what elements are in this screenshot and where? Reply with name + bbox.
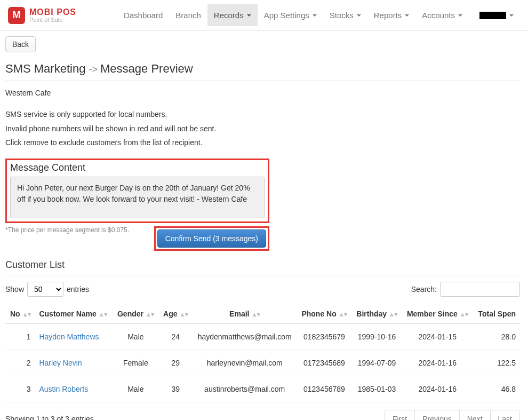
cafe-name: Western Cafe bbox=[5, 87, 520, 99]
notice-line-3: Click remove to exclude customers from t… bbox=[5, 137, 520, 148]
divider bbox=[5, 275, 520, 275]
sort-icon: ▲▼ bbox=[339, 311, 347, 318]
nav-records[interactable]: Records bbox=[207, 4, 258, 26]
caret-down-icon bbox=[247, 14, 251, 17]
back-button[interactable]: Back bbox=[5, 36, 36, 52]
cell-total-spent: 28.0 bbox=[473, 323, 520, 350]
breadcrumb-arrow: -> bbox=[89, 64, 101, 75]
table-scroll: No▲▼ Customer Name▲▼ Gender▲▼ Age▲▼ Emai… bbox=[5, 297, 520, 402]
cell-no: 1 bbox=[5, 323, 35, 350]
cell-gender: Female bbox=[113, 350, 158, 376]
caret-down-icon bbox=[458, 14, 462, 17]
sort-icon: ▲▼ bbox=[99, 311, 107, 318]
col-phone[interactable]: Phone No▲▼ bbox=[297, 304, 351, 324]
col-member-since[interactable]: Member Since▲▼ bbox=[402, 304, 473, 324]
brand-sub: Point of Sale bbox=[29, 17, 76, 23]
cell-age: 39 bbox=[159, 376, 193, 402]
entries-label: entries bbox=[67, 285, 89, 294]
page-next[interactable]: Next bbox=[459, 410, 490, 420]
nav-accounts-label: Accounts bbox=[422, 11, 455, 20]
col-email[interactable]: Email▲▼ bbox=[193, 304, 297, 324]
nav-accounts[interactable]: Accounts bbox=[415, 4, 469, 26]
customer-link[interactable]: Hayden Matthews bbox=[39, 332, 99, 341]
brand-main: MOBI POS bbox=[29, 7, 76, 17]
caret-down-icon bbox=[313, 14, 317, 17]
confirm-highlight: Confirm Send (3 messages) bbox=[154, 226, 269, 251]
confirm-send-button[interactable]: Confirm Send (3 messages) bbox=[157, 229, 266, 248]
nav-app-settings-label: App Settings bbox=[264, 11, 309, 20]
search-input[interactable] bbox=[440, 282, 520, 297]
col-name[interactable]: Customer Name▲▼ bbox=[35, 304, 113, 324]
list-controls: Show 50 entries Search: bbox=[5, 282, 520, 297]
sort-icon: ▲▼ bbox=[22, 311, 31, 318]
cell-gender: Male bbox=[113, 323, 158, 350]
brand-logo-icon: M bbox=[8, 7, 25, 24]
nav-reports-label: Reports bbox=[374, 11, 402, 20]
table-row: 3Austin RobertsMale39austinroberts@mail.… bbox=[5, 376, 520, 402]
message-content-title: Message Content bbox=[10, 162, 265, 173]
cell-email: harleynevin@mail.com bbox=[193, 350, 297, 376]
col-gender[interactable]: Gender▲▼ bbox=[113, 304, 158, 324]
col-no[interactable]: No▲▼ bbox=[5, 304, 35, 324]
page-title: SMS Marketing -> Message Preview bbox=[5, 62, 520, 76]
col-email-label: Email bbox=[229, 310, 249, 318]
nav-user-menu[interactable] bbox=[469, 5, 520, 26]
message-content-panel: Message Content Hi John Peter, our next … bbox=[5, 159, 269, 223]
col-total-spent[interactable]: Total Spen bbox=[473, 304, 520, 324]
message-body: Hi John Peter, our next Burger Day is on… bbox=[10, 177, 265, 218]
sort-icon: ▲▼ bbox=[251, 311, 260, 318]
customer-table: No▲▼ Customer Name▲▼ Gender▲▼ Age▲▼ Emai… bbox=[5, 304, 520, 402]
cell-age: 24 bbox=[159, 323, 193, 350]
col-phone-label: Phone No bbox=[301, 310, 336, 318]
nav-dashboard-label: Dashboard bbox=[124, 11, 163, 20]
cell-phone: 0182345679 bbox=[297, 323, 351, 350]
col-birthday-label: Birthday bbox=[356, 310, 387, 318]
divider bbox=[5, 80, 520, 81]
caret-down-icon bbox=[509, 14, 514, 17]
col-age-label: Age bbox=[163, 310, 177, 318]
page-previous[interactable]: Previous bbox=[414, 410, 459, 420]
entries-info: Showing 1 to 3 of 3 entries bbox=[5, 415, 94, 420]
nav-stocks-label: Stocks bbox=[330, 11, 354, 20]
cell-phone: 0172345689 bbox=[297, 350, 351, 376]
customer-list-title: Customer List bbox=[5, 259, 520, 271]
cell-total-spent: 122.5 bbox=[473, 350, 520, 376]
page-last[interactable]: Last bbox=[490, 410, 519, 420]
table-footer: Showing 1 to 3 of 3 entries First Previo… bbox=[5, 410, 520, 420]
col-age[interactable]: Age▲▼ bbox=[159, 304, 193, 324]
nav-stocks[interactable]: Stocks bbox=[323, 4, 367, 26]
main-container: Back SMS Marketing -> Message Preview We… bbox=[0, 31, 528, 420]
cell-no: 2 bbox=[5, 350, 35, 376]
cell-birthday: 1999-10-16 bbox=[351, 323, 402, 350]
nav-branch-label: Branch bbox=[175, 11, 201, 20]
cell-name: Hayden Matthews bbox=[35, 323, 113, 350]
col-no-label: No bbox=[10, 310, 20, 318]
nav-dashboard[interactable]: Dashboard bbox=[117, 4, 169, 26]
nav-reports[interactable]: Reports bbox=[367, 4, 416, 26]
show-entries: Show 50 entries bbox=[5, 282, 89, 297]
nav-app-settings[interactable]: App Settings bbox=[258, 4, 323, 26]
sort-icon: ▲▼ bbox=[460, 311, 468, 318]
col-member-since-label: Member Since bbox=[407, 310, 458, 318]
nav-branch[interactable]: Branch bbox=[169, 4, 207, 26]
cell-name: Harley Nevin bbox=[35, 350, 113, 376]
nav-items: Dashboard Branch Records App Settings St… bbox=[117, 4, 520, 26]
cell-member-since: 2024-01-16 bbox=[402, 376, 473, 402]
sort-icon: ▲▼ bbox=[180, 311, 188, 318]
message-footer-row: *The price per message segment is $0.075… bbox=[5, 226, 269, 251]
cell-no: 3 bbox=[5, 376, 35, 402]
customer-link[interactable]: Austin Roberts bbox=[39, 385, 88, 393]
breadcrumb-root: SMS Marketing bbox=[5, 62, 85, 75]
cell-gender: Male bbox=[113, 376, 158, 402]
col-birthday[interactable]: Birthday▲▼ bbox=[351, 304, 402, 324]
page-first[interactable]: First bbox=[385, 410, 414, 420]
price-note: *The price per message segment is $0.075… bbox=[5, 226, 143, 234]
customer-link[interactable]: Harley Nevin bbox=[39, 359, 82, 367]
page-size-select[interactable]: 50 bbox=[27, 282, 63, 297]
table-row: 2Harley NevinFemale29harleynevin@mail.co… bbox=[5, 350, 520, 376]
brand-text: MOBI POS Point of Sale bbox=[29, 7, 76, 23]
col-gender-label: Gender bbox=[117, 310, 143, 318]
table-row: 1Hayden MatthewsMale24haydenmatthews@mai… bbox=[5, 323, 520, 350]
cell-birthday: 1994-07-09 bbox=[351, 350, 402, 376]
col-name-label: Customer Name bbox=[39, 310, 96, 318]
